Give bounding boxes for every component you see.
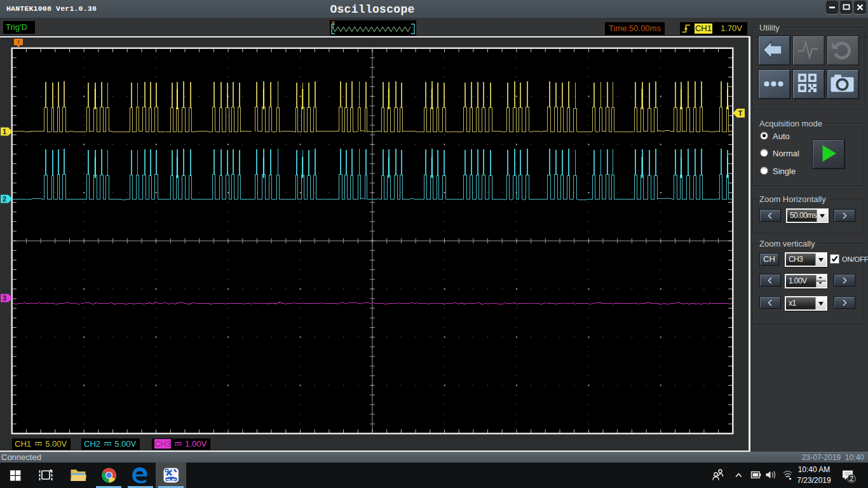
svg-text:10:40 AM: 10:40 AM bbox=[798, 465, 831, 474]
svg-text:3: 3 bbox=[3, 294, 6, 302]
svg-text:7/23/2019: 7/23/2019 bbox=[797, 476, 831, 485]
svg-text:2: 2 bbox=[3, 195, 6, 203]
svg-text:1: 1 bbox=[3, 128, 6, 135]
svg-text:T: T bbox=[738, 109, 743, 117]
svg-text:2: 2 bbox=[850, 475, 853, 482]
svg-text:T: T bbox=[17, 39, 20, 46]
